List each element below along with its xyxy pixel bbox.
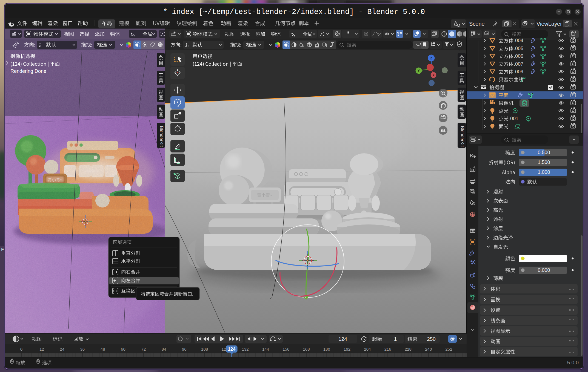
svg-text:.007: .007 [514, 61, 523, 67]
svg-text:192: 192 [344, 347, 350, 351]
svg-text:0.500: 0.500 [538, 150, 550, 155]
svg-text:124: 124 [338, 336, 347, 342]
svg-text:Scene: Scene [469, 21, 485, 27]
svg-text:168: 168 [303, 347, 310, 351]
svg-text:12: 12 [39, 347, 44, 351]
svg-text:84: 84 [162, 347, 166, 351]
svg-text:60: 60 [121, 347, 125, 351]
svg-text:1.000: 1.000 [538, 169, 550, 175]
svg-text:180: 180 [323, 347, 330, 351]
svg-text:E: E [1, 247, 4, 252]
svg-text:.001: .001 [509, 116, 518, 121]
svg-text:124: 124 [228, 347, 236, 352]
svg-text:156: 156 [282, 347, 289, 351]
svg-text:.006: .006 [514, 53, 523, 59]
svg-text:96: 96 [182, 347, 187, 351]
svg-text:* index [~/temp/test-blender-2: * index [~/temp/test-blender-2/index.ble… [163, 8, 425, 16]
svg-text:228: 228 [405, 347, 412, 351]
svg-text:.004: .004 [514, 38, 523, 43]
svg-text:Y: Y [418, 69, 420, 73]
svg-text:0.000: 0.000 [538, 267, 550, 273]
svg-text:1: 1 [394, 336, 397, 342]
svg-text:5.0.0: 5.0.0 [567, 360, 579, 365]
svg-text:BlenderKit: BlenderKit [159, 126, 164, 147]
svg-text:216: 216 [384, 347, 391, 351]
svg-text:24: 24 [60, 347, 64, 351]
svg-text:252: 252 [445, 347, 452, 351]
svg-text:240: 240 [425, 347, 432, 351]
svg-text:0: 0 [20, 347, 22, 351]
svg-text:ViewLayer: ViewLayer [536, 21, 562, 27]
svg-text:1.500: 1.500 [538, 160, 550, 165]
svg-text:108: 108 [201, 347, 208, 351]
svg-text:36: 36 [80, 347, 85, 351]
svg-text:204: 204 [364, 347, 371, 351]
svg-text:.009: .009 [514, 69, 523, 74]
svg-text:132: 132 [242, 347, 249, 351]
svg-text:X: X [432, 73, 435, 77]
svg-text:Z: Z [430, 56, 432, 60]
svg-text:BlenderKit: BlenderKit [460, 126, 465, 147]
svg-text:144: 144 [262, 347, 269, 351]
svg-text:Rendering Done: Rendering Done [10, 68, 46, 74]
svg-text:48: 48 [101, 347, 105, 351]
svg-text:72: 72 [141, 347, 146, 351]
svg-text:250: 250 [427, 336, 436, 342]
svg-text:.005: .005 [514, 46, 523, 51]
